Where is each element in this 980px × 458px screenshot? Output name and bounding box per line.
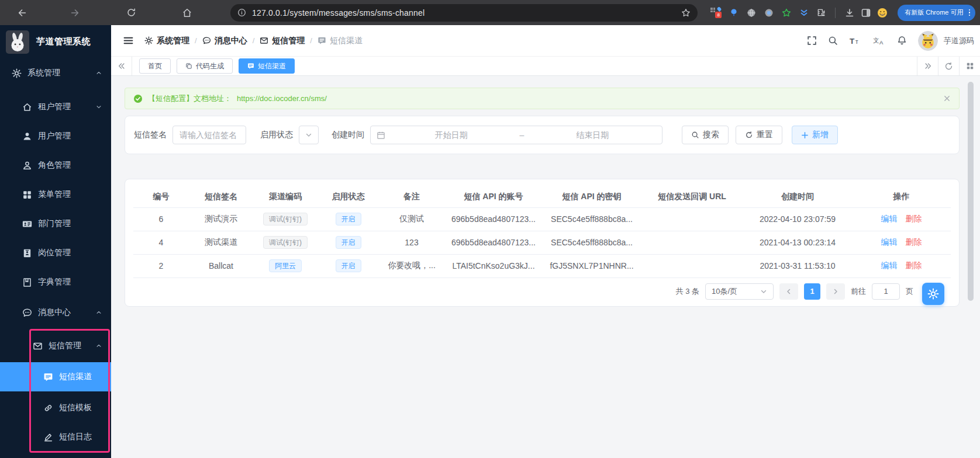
sidebar-item-sms-log[interactable]: 短信日志 [0, 422, 111, 452]
cell-actions: 编辑删除 [852, 207, 951, 231]
edit-link[interactable]: 编辑 [881, 237, 898, 247]
reset-button[interactable]: 重置 [736, 126, 782, 144]
status-select[interactable] [299, 126, 319, 144]
sign-input[interactable] [172, 126, 246, 144]
current-page-button[interactable]: 1 [804, 283, 820, 300]
page-size-select[interactable]: 10条/页 [705, 283, 774, 300]
alert-doc-link[interactable]: https://doc.iocoder.cn/sms/ [237, 94, 327, 103]
emoji-extension-icon[interactable] [874, 5, 891, 21]
tab-home[interactable]: 首页 [139, 58, 171, 74]
sidebar-item-system[interactable]: 系统管理 [0, 58, 111, 88]
language-icon[interactable]: 文A [873, 36, 886, 46]
add-button[interactable]: 新增 [792, 126, 838, 144]
goto-page-input[interactable] [872, 283, 900, 300]
tabs-scroll-left-icon[interactable] [111, 57, 132, 75]
id-card-icon [22, 219, 32, 229]
tabs-scroll-right-icon[interactable] [917, 57, 938, 75]
breadcrumb-item-system[interactable]: 系统管理 [144, 36, 189, 46]
sidebar-item-dict[interactable]: 字典管理 [0, 268, 111, 297]
start-date-input[interactable] [388, 130, 515, 140]
search-button[interactable]: 搜索 [682, 126, 729, 144]
extension-sphere-icon[interactable] [746, 7, 757, 18]
breadcrumb-item-sms-channel[interactable]: 短信渠道 [318, 36, 363, 46]
delete-link[interactable]: 删除 [906, 237, 922, 247]
site-info-icon[interactable] [237, 8, 246, 17]
sidebar-item-message-center[interactable]: 消息中心 [0, 298, 111, 327]
time-label: 创建时间 [332, 130, 364, 140]
pagination: 共 3 条 10条/页 1 前往 页 [133, 283, 951, 300]
sidebar-item-label: 系统管理 [27, 68, 60, 78]
gear-icon [144, 36, 153, 45]
fullscreen-icon[interactable] [807, 36, 817, 46]
table-settings-button[interactable] [922, 283, 944, 305]
bookmark-star-icon[interactable] [681, 8, 691, 18]
tabs-quick-nav-icon[interactable] [959, 57, 980, 75]
delete-link[interactable]: 删除 [906, 214, 922, 223]
sidebar-item-post[interactable]: 岗位管理 [0, 238, 111, 268]
chat-icon [22, 308, 32, 318]
browser-menu-icon[interactable] [967, 9, 972, 16]
breadcrumb-item-sms[interactable]: 短信管理 [260, 36, 305, 46]
sidebar-item-sms-channel[interactable]: 短信渠道 [0, 362, 111, 391]
sidebar-item-menu[interactable]: 菜单管理 [0, 180, 111, 209]
sidebar-item-tenant[interactable]: 租户管理 [0, 92, 111, 122]
tabs-refresh-icon[interactable] [938, 57, 959, 75]
browser-home-icon[interactable] [179, 5, 195, 21]
extensions-puzzle-icon[interactable] [816, 7, 827, 18]
prev-page-button[interactable] [779, 283, 798, 300]
extension-balloon-icon[interactable] [728, 7, 739, 18]
sidebar-item-user[interactable]: 用户管理 [0, 122, 111, 151]
sidebar-item-sms-template[interactable]: 短信模板 [0, 393, 111, 422]
edit-link[interactable]: 编辑 [881, 214, 898, 223]
app-logo[interactable]: 芋道管理系统 [0, 25, 111, 58]
sign-label: 短信签名 [134, 130, 167, 140]
font-size-icon[interactable]: Tт [849, 36, 862, 46]
cell-channel: 阿里云 [253, 254, 318, 277]
collapse-sidebar-icon[interactable] [123, 35, 134, 46]
chrome-update-button[interactable]: 有新版 Chrome 可用 [898, 5, 975, 21]
end-date-input[interactable] [529, 130, 656, 140]
alert-text: 【短信配置】文档地址： [148, 93, 232, 104]
column-header: 备注 [379, 186, 444, 207]
sidebar-item-role[interactable]: 角色管理 [0, 151, 111, 180]
cell-sign: Ballcat [189, 254, 253, 277]
copy-icon [185, 63, 192, 70]
search-icon[interactable] [828, 36, 838, 46]
channel-code-tag: 调试(钉钉) [263, 213, 308, 225]
extension-devtools-icon[interactable]: 8 [710, 7, 722, 18]
sidebar-item-dept[interactable]: 部门管理 [0, 209, 111, 238]
extension-green-star-icon[interactable] [781, 7, 792, 18]
browser-forward-icon[interactable] [67, 5, 83, 21]
edit-link[interactable]: 编辑 [881, 261, 898, 270]
browser-back-icon[interactable] [14, 5, 30, 21]
breadcrumb-separator: / [253, 36, 255, 45]
tab-sms-channel[interactable]: 短信渠道 [239, 58, 295, 74]
breadcrumb-label: 系统管理 [157, 36, 189, 46]
cell-created-at: 2021-03-31 11:53:10 [743, 254, 852, 277]
url-text: 127.0.0.1/system/messages/sms/sms-channe… [252, 8, 677, 18]
delete-link[interactable]: 删除 [906, 261, 922, 270]
page-content: 【短信配置】文档地址： https://doc.iocoder.cn/sms/ … [111, 77, 980, 458]
topbar: 系统管理/消息中心/短信管理/短信渠道 Tт 文A 芋道源码 [111, 25, 980, 56]
sidebar: 芋道管理系统 系统管理租户管理用户管理角色管理菜单管理部门管理岗位管理字典管理消… [0, 25, 111, 458]
side-panel-icon[interactable] [858, 5, 874, 21]
cell-actions: 编辑删除 [852, 231, 951, 254]
chevron-up-icon [96, 310, 102, 315]
user-avatar[interactable] [918, 31, 938, 51]
breadcrumb-item-message-center[interactable]: 消息中心 [202, 36, 247, 46]
date-range-picker[interactable]: – [370, 126, 662, 144]
next-page-button[interactable] [826, 283, 845, 300]
notification-bell-icon[interactable] [897, 36, 907, 46]
search-button-icon [691, 131, 699, 139]
scrollbar[interactable] [968, 82, 974, 301]
extension-ring-icon[interactable] [763, 7, 774, 18]
username[interactable]: 芋道源码 [944, 36, 974, 46]
sidebar-item-sms[interactable]: 短信管理 [0, 331, 111, 360]
downloads-icon[interactable] [841, 5, 858, 21]
tab-codegen[interactable]: 代码生成 [177, 58, 233, 74]
browser-reload-icon[interactable] [123, 5, 139, 21]
alert-close-icon[interactable] [943, 95, 951, 102]
extension-double-chevron-icon[interactable] [798, 7, 809, 18]
address-bar[interactable]: 127.0.0.1/system/messages/sms/sms-channe… [230, 4, 698, 22]
svg-text:文: 文 [873, 37, 879, 44]
